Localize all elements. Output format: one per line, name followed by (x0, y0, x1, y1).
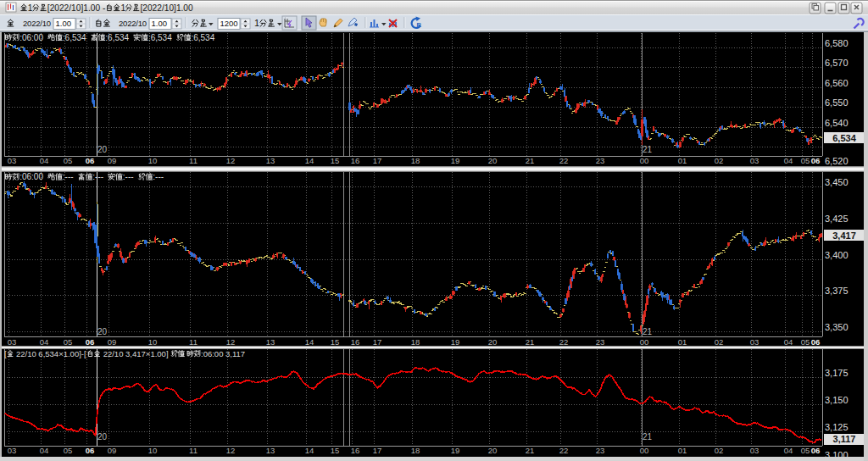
svg-text:22/10 3,417: 22/10 3,417 (101, 349, 146, 358)
svg-text::06:00: :06:00 (19, 33, 47, 42)
svg-text:6,570: 6,570 (825, 58, 849, 68)
svg-text:17: 17 (373, 337, 382, 347)
svg-text:03: 03 (8, 337, 17, 347)
svg-text:[2022/10]1.00: [2022/10]1.00 (140, 3, 193, 13)
svg-text:11: 11 (189, 446, 198, 455)
svg-text:22: 22 (559, 156, 569, 165)
svg-text:1200: 1200 (220, 19, 238, 28)
svg-text:18: 18 (411, 156, 420, 165)
svg-text:03: 03 (750, 446, 760, 455)
svg-text:06: 06 (86, 337, 95, 347)
svg-text:01: 01 (678, 446, 687, 455)
svg-text:3,117: 3,117 (833, 434, 856, 444)
svg-text:16: 16 (351, 337, 360, 347)
svg-text:04: 04 (40, 337, 49, 347)
svg-text:05: 05 (64, 156, 73, 165)
svg-text::6,534: :6,534 (191, 33, 214, 42)
svg-text:1.00]: 1.00] (150, 349, 170, 358)
svg-text:04: 04 (40, 446, 49, 455)
svg-text:23: 23 (596, 156, 605, 165)
svg-text:10: 10 (148, 156, 158, 165)
svg-text::06:00 3,117: :06:00 3,117 (201, 349, 245, 358)
svg-text:09: 09 (108, 446, 117, 455)
svg-text:12: 12 (226, 156, 236, 165)
svg-text:3,175: 3,175 (825, 368, 849, 378)
svg-text:21: 21 (526, 156, 535, 165)
svg-text:R: R (417, 21, 422, 29)
svg-text:19: 19 (451, 156, 460, 165)
svg-text:06: 06 (86, 156, 95, 165)
svg-text:20: 20 (97, 432, 108, 442)
svg-text:14: 14 (305, 156, 314, 165)
svg-text:3,350: 3,350 (825, 322, 849, 332)
svg-text:05: 05 (801, 156, 810, 165)
svg-text:2022/10: 2022/10 (23, 19, 51, 28)
svg-text:12: 12 (226, 446, 236, 455)
svg-text:02: 02 (715, 337, 724, 347)
svg-text:04: 04 (784, 156, 793, 165)
svg-text:04: 04 (40, 156, 49, 165)
svg-text:21: 21 (643, 327, 653, 336)
svg-text:1.00]-[: 1.00]-[ (64, 349, 86, 358)
svg-text:20: 20 (488, 337, 498, 347)
svg-text:18: 18 (411, 446, 420, 455)
svg-text:2022/10: 2022/10 (119, 19, 147, 28)
svg-text:20: 20 (488, 446, 498, 455)
svg-text:13: 13 (266, 337, 275, 347)
svg-text:03: 03 (8, 156, 17, 165)
svg-text:6,540: 6,540 (825, 118, 849, 128)
svg-text::---: :--- (63, 172, 78, 181)
svg-text::6,534: :6,534 (63, 33, 91, 42)
svg-text:6,580: 6,580 (825, 38, 849, 48)
svg-text:18: 18 (411, 337, 420, 347)
svg-text:05: 05 (64, 337, 73, 347)
svg-text:11: 11 (189, 156, 198, 165)
svg-text:06: 06 (811, 446, 821, 455)
svg-text:20: 20 (488, 156, 498, 165)
svg-text:3,150: 3,150 (825, 395, 849, 405)
svg-text:6,520: 6,520 (825, 156, 849, 166)
svg-text:04: 04 (784, 337, 793, 347)
svg-text:1: 1 (120, 3, 125, 13)
svg-text:1.00: 1.00 (56, 19, 72, 28)
svg-text:01: 01 (678, 337, 687, 347)
svg-text:10: 10 (148, 446, 158, 455)
svg-text:1.00: 1.00 (152, 19, 168, 28)
svg-text:14: 14 (305, 337, 314, 347)
svg-text:13: 13 (266, 156, 275, 165)
svg-text:20: 20 (97, 145, 108, 154)
svg-text::6,534: :6,534 (148, 33, 176, 42)
svg-text::---: :--- (92, 172, 108, 181)
svg-text:13: 13 (266, 446, 275, 455)
svg-text:3,375: 3,375 (825, 286, 849, 296)
svg-text:15: 15 (331, 156, 340, 165)
svg-text:[2022/10]1.00 -: [2022/10]1.00 - (47, 3, 108, 13)
svg-text:22: 22 (559, 446, 569, 455)
svg-text:6,550: 6,550 (825, 97, 849, 108)
svg-text:16: 16 (351, 156, 360, 165)
svg-text:1: 1 (28, 3, 33, 13)
svg-text:3,400: 3,400 (825, 250, 849, 260)
svg-text:22/10 6,534: 22/10 6,534 (14, 349, 58, 358)
svg-text:17: 17 (373, 446, 382, 455)
svg-text:16: 16 (351, 446, 360, 455)
svg-text:[: [ (4, 349, 7, 358)
svg-text:12: 12 (226, 337, 236, 347)
svg-text::---: :--- (123, 172, 138, 181)
svg-text:19: 19 (451, 446, 460, 455)
svg-text:10: 10 (148, 337, 158, 347)
svg-text:03: 03 (750, 156, 760, 165)
svg-text:22: 22 (559, 337, 569, 347)
svg-text:1: 1 (254, 18, 259, 28)
svg-text:21: 21 (643, 432, 653, 442)
svg-text:06: 06 (811, 337, 821, 347)
svg-text:3,450: 3,450 (825, 177, 849, 187)
svg-text:6,560: 6,560 (825, 78, 849, 88)
svg-text:02: 02 (715, 446, 724, 455)
svg-text:14: 14 (305, 446, 314, 455)
svg-text:19: 19 (451, 337, 460, 347)
svg-text:00: 00 (640, 446, 649, 455)
svg-text:21: 21 (526, 446, 535, 455)
svg-text:02: 02 (715, 156, 724, 165)
svg-text:09: 09 (108, 156, 117, 165)
